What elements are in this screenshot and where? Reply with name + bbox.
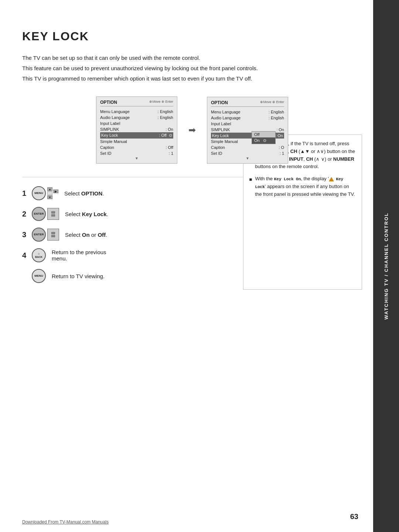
dropdown-item-off: Off bbox=[252, 132, 275, 137]
arrow-between-screens: ➡ bbox=[188, 125, 196, 135]
step-2-buttons: ENTER bbox=[32, 207, 59, 221]
intro-line-2: This feature can be used to prevent unau… bbox=[22, 64, 362, 73]
enter-button-2[interactable]: ENTER bbox=[32, 207, 46, 221]
step-3-number: 3 bbox=[22, 231, 30, 239]
intro-line-1: The TV can be set up so that it can only… bbox=[22, 54, 362, 62]
screen1-row-6: Caption : Off bbox=[100, 144, 173, 150]
nav-down-1[interactable]: ▼ bbox=[47, 195, 52, 199]
menu-button-5[interactable]: MENU bbox=[32, 269, 46, 283]
intro-text: The TV can be set up so that it can only… bbox=[22, 54, 362, 83]
screen1-scroll: ▼ bbox=[100, 156, 173, 160]
step-2-number: 2 bbox=[22, 210, 30, 218]
nav-right-1[interactable]: ▶ bbox=[53, 190, 58, 193]
screen2-row-6: Caption : O bbox=[211, 144, 284, 150]
screen1-row-4: SIMPLINK : On bbox=[100, 126, 173, 132]
main-content: KEY LOCK The TV can be set up so that it… bbox=[22, 22, 362, 510]
screen1-row-3: Input Label bbox=[100, 120, 173, 126]
step-4: 4 ⌂ BACK Return to the previous menu. bbox=[22, 248, 117, 262]
screen1-title: OPTION bbox=[100, 100, 117, 105]
step-1: 1 MENU ▲ ▼ ▶ Select OP bbox=[22, 186, 117, 200]
small-square-2 bbox=[47, 208, 59, 220]
menu-button-1[interactable]: MENU bbox=[32, 186, 46, 200]
step-5-number bbox=[22, 272, 30, 280]
screen2-row-5: Simple Manual Off On ⊙ bbox=[211, 139, 284, 144]
intro-line-3: This TV is programmed to remember which … bbox=[22, 74, 362, 83]
step-2-text: Select Key Lock. bbox=[65, 211, 108, 217]
step-3-text: Select On or Off. bbox=[65, 232, 107, 238]
screen1-row-7: Set ID : 1 bbox=[100, 150, 173, 156]
step-3-buttons: ENTER bbox=[32, 228, 59, 242]
screen-2-wrapper: OPTION ⊕Move ⊕ Enter Menu Language : Eng… bbox=[207, 97, 288, 164]
page-title: KEY LOCK bbox=[22, 30, 362, 43]
screen1-row-5: Simple Manual bbox=[100, 139, 173, 144]
small-square-3 bbox=[47, 229, 59, 241]
screen-1: OPTION ⊕Move ⊕ Enter Menu Language : Eng… bbox=[96, 96, 177, 164]
side-label: WATCHING TV / CHANNEL CONTROL bbox=[373, 0, 399, 532]
step-5-buttons: MENU bbox=[32, 269, 46, 283]
dropdown-item-on: On ⊙ bbox=[252, 137, 275, 144]
screen1-row-2: Audio Language : English bbox=[100, 115, 173, 120]
steps-notes-container: 1 MENU ▲ ▼ ▶ Select OP bbox=[22, 183, 362, 290]
screen2-row-7: Set ID : 1 bbox=[211, 150, 284, 156]
nav-center-1[interactable] bbox=[47, 191, 52, 195]
step-4-number: 4 bbox=[22, 251, 30, 260]
screen1-row-1: Menu Language : English bbox=[100, 109, 173, 115]
screen1-row-keylock: Key Lock : Off ⊙ bbox=[100, 132, 173, 139]
nav-down-sq-3[interactable] bbox=[51, 235, 55, 237]
step-4-buttons: ⌂ BACK bbox=[32, 248, 46, 262]
back-button[interactable]: ⌂ BACK bbox=[32, 248, 46, 262]
dropdown-popup: Off On ⊙ bbox=[252, 131, 276, 144]
step-2: 2 ENTER Select Key Lock. bbox=[22, 207, 117, 221]
nav-down-sq-2[interactable] bbox=[51, 214, 55, 216]
screen1-header: OPTION ⊕Move ⊕ Enter bbox=[100, 100, 173, 106]
step-1-text: Select OPTION. bbox=[64, 190, 104, 197]
note-bullet-2: ■ bbox=[249, 176, 252, 198]
note-text-2: With the Key Lock On, the display ' Key … bbox=[255, 175, 356, 198]
screen-2: OPTION ⊕Move ⊕ Enter Menu Language : Eng… bbox=[207, 97, 288, 164]
screen2-nav: ⊕Move ⊕ Enter bbox=[260, 100, 284, 105]
nav-up-sq-2[interactable] bbox=[51, 211, 55, 214]
enter-button-3[interactable]: ENTER bbox=[32, 228, 46, 242]
steps-section: 1 MENU ▲ ▼ ▶ Select OP bbox=[22, 186, 117, 290]
nav-up-sq-3[interactable] bbox=[51, 232, 55, 234]
step-5: MENU Return to TV viewing. bbox=[22, 269, 117, 283]
note-item-2: ■ With the Key Lock On, the display ' Ke… bbox=[249, 175, 356, 198]
step-1-number: 1 bbox=[22, 189, 30, 198]
step-5-text: Return to TV viewing. bbox=[52, 273, 105, 279]
step-1-buttons: MENU ▲ ▼ ▶ bbox=[32, 186, 58, 200]
step-4-text: Return to the previous menu. bbox=[52, 249, 117, 262]
side-label-text: WATCHING TV / CHANNEL CONTROL bbox=[383, 212, 389, 320]
screen2-title: OPTION bbox=[211, 100, 228, 105]
screen1-nav: ⊕Move ⊕ Enter bbox=[149, 100, 173, 105]
page-number: 63 bbox=[350, 512, 358, 521]
screen2-header: OPTION ⊕Move ⊕ Enter bbox=[211, 100, 284, 107]
nav-pad-1: ▲ ▼ ▶ bbox=[47, 187, 58, 199]
step-3: 3 ENTER Select On or Off. bbox=[22, 228, 117, 242]
screen2-scroll: ▼ bbox=[211, 156, 284, 160]
screen2-row-2: Audio Language : English bbox=[211, 115, 284, 121]
screen2-row-3: Input Label bbox=[211, 121, 284, 127]
screen2-row-1: Menu Language : English bbox=[211, 109, 284, 115]
footer-link[interactable]: Downloaded From TV-Manual.com Manuals bbox=[22, 519, 109, 525]
nav-up-1[interactable]: ▲ bbox=[47, 187, 52, 191]
